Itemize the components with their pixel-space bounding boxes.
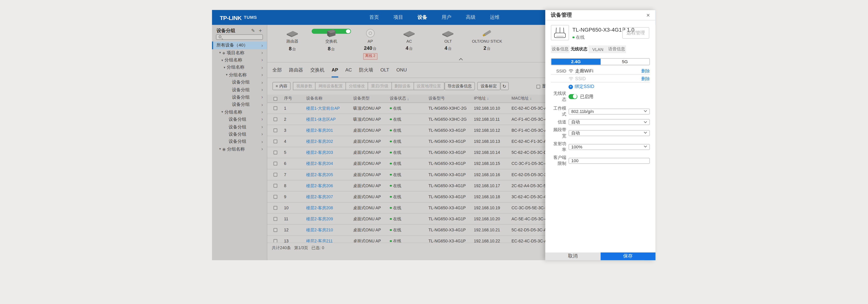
tree-item[interactable]: ▾ ◈ ◉ 设备分组 › xyxy=(212,86,267,93)
chevron-right-icon: › xyxy=(261,65,263,70)
tree-item[interactable]: ▾ ◈ ◉ 分组名称 › xyxy=(212,56,267,64)
select-all-checkbox[interactable] xyxy=(273,97,277,100)
action-button[interactable]: 设备标定 xyxy=(477,82,500,90)
device-name-link[interactable]: 楼层2-客房210 xyxy=(306,227,333,232)
row-checkbox[interactable] xyxy=(273,151,277,154)
tree-item[interactable]: ▾ ◈ ◉ 设备分组 › xyxy=(212,116,267,123)
device-type-tab[interactable]: AC xyxy=(345,67,352,78)
device-status: 在线 xyxy=(390,105,428,111)
device-type-tab[interactable]: 交换机 xyxy=(310,67,324,78)
edit-group-icon[interactable]: ✎ xyxy=(251,28,255,33)
device-name-link[interactable]: 楼层2-客房205 xyxy=(306,172,333,177)
device-name-link[interactable]: 楼层2-客房204 xyxy=(306,161,333,166)
device-stat[interactable]: 路由器 8台 xyxy=(273,29,312,60)
device-type: 桌面式ONU AP xyxy=(353,216,390,222)
device-type-tab[interactable]: OLT xyxy=(380,67,389,78)
device-name-link[interactable]: 楼层2-客房203 xyxy=(306,150,333,155)
tree-item[interactable]: ▾ ◈ ◉ 设备分组 › xyxy=(212,79,267,86)
tree-item[interactable]: ▾ ◈ ◉ 设备分组 › xyxy=(212,93,267,101)
device-type-tab[interactable]: 路由器 xyxy=(289,67,303,78)
drawer-tab[interactable]: 无线状态 xyxy=(569,45,588,53)
row-checkbox[interactable] xyxy=(273,173,277,177)
tree-item[interactable]: ▾ ◈ ◉ 分组名称 › xyxy=(212,145,267,153)
row-checkbox[interactable] xyxy=(273,184,277,188)
add-group-icon[interactable]: ＋ xyxy=(258,27,263,34)
row-checkbox[interactable] xyxy=(273,217,277,221)
row-checkbox[interactable] xyxy=(273,239,277,242)
toggle-switch[interactable] xyxy=(568,94,577,99)
close-icon[interactable]: × xyxy=(646,12,650,18)
tree-item[interactable]: ▾ ◈ ◉ 分组名称 › xyxy=(212,108,267,116)
select-field[interactable]: 100% xyxy=(568,144,650,150)
group-search-input[interactable] xyxy=(216,34,263,40)
tree-item[interactable]: ▾ ◈ ◉ 设备分组 › xyxy=(212,138,267,145)
action-button[interactable]: 导出设备信息 xyxy=(444,82,475,90)
row-checkbox[interactable] xyxy=(273,117,277,121)
row-checkbox[interactable] xyxy=(273,161,277,165)
device-stat[interactable]: AP 240台 离线 2 xyxy=(351,29,390,60)
ssid-placeholder[interactable]: SSID xyxy=(575,76,641,81)
delete-ssid-link[interactable]: 删除 xyxy=(641,75,650,82)
row-checkbox[interactable] xyxy=(273,107,277,110)
collapse-stats-button[interactable] xyxy=(458,57,465,61)
refresh-button[interactable]: ↻ xyxy=(500,82,508,90)
drawer-tab[interactable]: 语音信息 xyxy=(607,45,626,53)
save-button[interactable]: 保存 xyxy=(600,252,655,260)
bind-ssid-button[interactable]: + 绑定SSID xyxy=(568,84,594,90)
show-offline-checkbox[interactable]: 显 xyxy=(536,84,546,89)
device-stat[interactable]: OLT/ONU STICK 2台 xyxy=(467,29,506,60)
select-field[interactable]: 自动 xyxy=(568,119,650,125)
tree-item[interactable]: ▾ ◈ ◉ 设备分组 › xyxy=(212,130,267,138)
device-name-link[interactable]: 楼层1-大堂前台AP xyxy=(306,105,340,111)
drawer-tab[interactable]: 设备信息 xyxy=(551,45,569,53)
device-name-link[interactable]: 楼层2-客房211 xyxy=(306,238,333,242)
ssid-value[interactable]: 走廊WiFi xyxy=(575,68,641,74)
main-nav-menu: 首页 项目 设备 用户 高级 运维 xyxy=(369,10,500,25)
tree-item[interactable]: ▾ ◈ ◉ 分组名称 › xyxy=(212,64,267,71)
drawer-tab[interactable]: VLAN xyxy=(588,45,607,53)
sidebar-title: 设备分组 xyxy=(216,27,248,34)
nav-item[interactable]: 首页 xyxy=(369,14,379,21)
row-checkbox[interactable] xyxy=(273,128,277,132)
nav-item[interactable]: 用户 xyxy=(441,14,451,21)
col-header-ip[interactable]: IP地址↓ xyxy=(474,96,512,101)
band-option[interactable]: 5G xyxy=(600,59,649,64)
tree-item-label: 设备分组 xyxy=(232,94,261,100)
band-option[interactable]: 2.4G xyxy=(551,59,600,64)
nav-item[interactable]: 运维 xyxy=(490,14,499,21)
device-type-tab[interactable]: 防火墙 xyxy=(359,67,373,78)
row-checkbox[interactable] xyxy=(273,206,277,210)
device-name-link[interactable]: 楼层2-客房207 xyxy=(306,194,333,199)
delete-ssid-link[interactable]: 删除 xyxy=(641,68,650,74)
cancel-button[interactable]: 取消 xyxy=(545,252,600,260)
row-checkbox[interactable] xyxy=(273,140,277,143)
device-stat[interactable]: AC 4台 xyxy=(390,29,429,60)
columns-button[interactable]: ≡ 内容 xyxy=(272,82,291,90)
tree-item[interactable]: ▾ ◈ ◉ 设备分组 › xyxy=(212,101,267,108)
input-field[interactable]: 100 xyxy=(568,157,650,163)
row-checkbox[interactable] xyxy=(273,228,277,232)
tree-item[interactable]: ▾ ◈ ◉ 项目名称 › xyxy=(212,49,267,56)
select-field[interactable]: 802.11b/g/n xyxy=(568,108,650,114)
device-type-tab[interactable]: 全部 xyxy=(272,67,282,78)
nav-item[interactable]: 设备 xyxy=(417,14,427,21)
device-type-tab[interactable]: AP xyxy=(332,67,338,78)
select-field[interactable]: 自动 xyxy=(568,130,650,136)
nav-item[interactable]: 项目 xyxy=(393,14,403,21)
col-header-status[interactable]: 设备状态↓ xyxy=(390,96,428,101)
row-checkbox[interactable] xyxy=(273,195,277,199)
nav-item[interactable]: 高级 xyxy=(466,14,475,21)
sidebar-item-all-devices[interactable]: 所有设备（40） › xyxy=(212,41,267,49)
tree-item[interactable]: ▾ ◈ ◉ 分组名称 › xyxy=(212,71,267,79)
tree-item[interactable]: ▾ ◈ ◉ 设备分组 › xyxy=(212,123,267,130)
device-type-tab[interactable]: ONU xyxy=(396,67,407,78)
device-name-link[interactable]: 楼层2-客房206 xyxy=(306,183,333,188)
device-name-link[interactable]: 楼层2-客房202 xyxy=(306,139,333,144)
remote-manage-button[interactable]: 远程管理 xyxy=(622,27,649,39)
device-name-link[interactable]: 楼层2-客房209 xyxy=(306,216,333,221)
device-stat[interactable]: OLT 4台 xyxy=(429,29,467,60)
device-name-link[interactable]: 楼层2-客房201 xyxy=(306,128,333,133)
device-name-link[interactable]: 楼层1-休息区AP xyxy=(306,117,336,121)
device-stat[interactable]: 交换机 8台 xyxy=(312,29,351,34)
device-name-link[interactable]: 楼层2-客房208 xyxy=(306,205,333,210)
